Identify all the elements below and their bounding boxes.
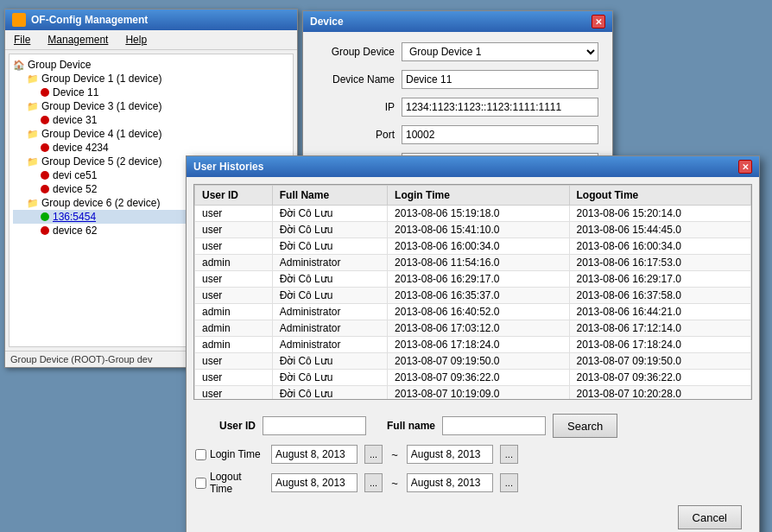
- logout-time-checkbox-label: Logout Time: [195, 471, 264, 495]
- logout-time-checkbox[interactable]: [195, 478, 206, 489]
- tree-root[interactable]: 🏠 Group Device: [13, 58, 289, 72]
- cell-logout_time: 2013-08-06 16:29:17.0: [569, 271, 750, 288]
- table-header-row: User ID Full Name Login Time Logout Time: [195, 186, 751, 206]
- tree-device31[interactable]: device 31: [13, 113, 289, 127]
- cell-full_name: Đời Cô Lưu: [272, 271, 387, 288]
- cell-login_time: 2013-08-07 09:19:50.0: [388, 353, 569, 370]
- dot-red-1: [41, 88, 49, 97]
- cell-full_name: Đời Cô Lưu: [272, 370, 387, 386]
- cell-logout_time: 2013-08-07 09:36:22.0: [569, 370, 750, 386]
- logout-date-to-picker[interactable]: ...: [500, 473, 518, 492]
- cell-user_id: user: [195, 206, 273, 222]
- ip-input[interactable]: [402, 98, 598, 117]
- table-row[interactable]: userĐời Cô Lưu2013-08-06 15:19:18.02013-…: [195, 206, 751, 222]
- cell-user_id: user: [195, 288, 273, 304]
- cell-user_id: admin: [195, 337, 273, 353]
- table-row[interactable]: userĐời Cô Lưu2013-08-07 09:36:22.02013-…: [195, 370, 751, 386]
- folder-icon-6: 📁: [27, 198, 39, 209]
- table-row[interactable]: userĐời Cô Lưu2013-08-06 16:00:34.02013-…: [195, 238, 751, 255]
- login-date-to-input[interactable]: [407, 445, 493, 464]
- menu-management[interactable]: Management: [44, 32, 111, 48]
- logout-time-label: Logout Time: [210, 471, 264, 495]
- cell-login_time: 2013-08-06 16:29:17.0: [388, 271, 569, 288]
- histories-close-btn[interactable]: ✕: [738, 160, 752, 174]
- cell-full_name: Administrator: [272, 304, 387, 320]
- filter-userid-label: User ID: [195, 420, 256, 432]
- login-date-from-input[interactable]: [271, 445, 358, 464]
- histories-title: User Histories: [193, 161, 263, 173]
- tree-group4-label: Group Device 4 (1 device): [41, 128, 161, 140]
- filter-userid-input[interactable]: [263, 416, 366, 435]
- cell-login_time: 2013-08-07 10:19:09.0: [388, 386, 569, 401]
- tree-group1[interactable]: 📁 Group Device 1 (1 device): [13, 72, 289, 86]
- cell-login_time: 2013-08-06 16:00:34.0: [388, 238, 569, 255]
- logout-date-to-input[interactable]: [407, 473, 493, 492]
- cell-logout_time: 2013-08-06 16:00:34.0: [569, 238, 750, 255]
- dot-red-6b: [41, 226, 49, 235]
- tree-group3[interactable]: 📁 Group Device 3 (1 device): [13, 99, 289, 113]
- cell-logout_time: 2013-08-07 10:20:28.0: [569, 386, 750, 401]
- cell-login_time: 2013-08-06 17:18:24.0: [388, 337, 569, 353]
- table-row[interactable]: adminAdministrator2013-08-06 11:54:16.02…: [195, 255, 751, 271]
- filter-fullname-input[interactable]: [442, 416, 546, 435]
- status-text: Group Device (ROOT)-Group dev: [10, 354, 152, 364]
- logout-date-from-picker[interactable]: ...: [364, 473, 383, 492]
- login-date-from-picker[interactable]: ...: [364, 445, 383, 464]
- cell-logout_time: 2013-08-06 16:37:58.0: [569, 288, 750, 304]
- cell-logout_time: 2013-08-06 15:20:14.0: [569, 206, 750, 222]
- tree-device11[interactable]: Device 11: [13, 86, 289, 99]
- tree-group4[interactable]: 📁 Group Device 4 (1 device): [13, 127, 289, 141]
- cell-full_name: Đời Cô Lưu: [272, 353, 387, 370]
- tree-device136-label: 136:5454: [53, 211, 96, 223]
- col-logout-time: Logout Time: [569, 186, 750, 206]
- port-input[interactable]: [402, 125, 598, 144]
- port-row: Port: [317, 125, 598, 144]
- cell-user_id: user: [195, 386, 273, 401]
- login-time-checkbox-label: Login Time: [195, 448, 264, 460]
- cancel-button[interactable]: Cancel: [678, 505, 742, 529]
- device-name-input[interactable]: [402, 70, 598, 89]
- table-row[interactable]: userĐời Cô Lưu2013-08-07 09:19:50.02013-…: [195, 353, 751, 370]
- port-label: Port: [317, 129, 395, 141]
- cancel-row: Cancel: [195, 502, 750, 532]
- search-button[interactable]: Search: [553, 414, 617, 438]
- main-titlebar: OF-Config Management: [5, 10, 297, 30]
- table-row[interactable]: adminAdministrator2013-08-06 17:18:24.02…: [195, 337, 751, 353]
- table-row[interactable]: userĐời Cô Lưu2013-08-06 16:29:17.02013-…: [195, 271, 751, 288]
- cell-full_name: Đời Cô Lưu: [272, 222, 387, 238]
- app-icon: [12, 13, 26, 27]
- ip-label: IP: [317, 101, 395, 113]
- login-time-checkbox[interactable]: [195, 449, 206, 460]
- table-row[interactable]: userĐời Cô Lưu2013-08-07 10:19:09.02013-…: [195, 386, 751, 401]
- cell-full_name: Administrator: [272, 337, 387, 353]
- menu-help[interactable]: Help: [122, 32, 150, 48]
- table-row[interactable]: userĐời Cô Lưu2013-08-06 16:35:37.02013-…: [195, 288, 751, 304]
- tree-device51-label: devi ce51: [53, 169, 97, 181]
- tree-device52-label: device 52: [53, 183, 97, 195]
- cell-logout_time: 2013-08-07 09:19:50.0: [569, 353, 750, 370]
- tree-device62-label: device 62: [53, 225, 97, 237]
- cell-user_id: user: [195, 370, 273, 386]
- cell-full_name: Administrator: [272, 320, 387, 337]
- device-name-label: Device Name: [317, 73, 395, 86]
- main-title: OF-Config Management: [31, 14, 148, 26]
- table-row[interactable]: adminAdministrator2013-08-06 17:03:12.02…: [195, 320, 751, 337]
- table-row[interactable]: adminAdministrator2013-08-06 16:40:52.02…: [195, 304, 751, 320]
- col-full-name: Full Name: [272, 186, 387, 206]
- filter-row-3: Logout Time ... ~ ...: [195, 471, 750, 495]
- menu-file[interactable]: File: [10, 32, 34, 48]
- device-dialog-close[interactable]: ✕: [592, 15, 605, 28]
- tree-device4234[interactable]: device 4234: [13, 141, 289, 155]
- logout-date-from-input[interactable]: [271, 473, 358, 492]
- dot-green-6: [41, 212, 49, 221]
- histories-dialog: User Histories ✕ User ID Full Name Login…: [186, 155, 760, 532]
- dot-red-4: [41, 143, 49, 152]
- home-icon: 🏠: [13, 60, 25, 71]
- table-row[interactable]: userĐời Cô Lưu2013-08-06 15:41:10.02013-…: [195, 222, 751, 238]
- cell-user_id: user: [195, 238, 273, 255]
- login-date-to-picker[interactable]: ...: [500, 445, 518, 464]
- group-device-select[interactable]: Group Device 1: [402, 42, 598, 61]
- cell-logout_time: 2013-08-06 15:44:45.0: [569, 222, 750, 238]
- folder-icon-4: 📁: [27, 129, 39, 140]
- tree-device31-label: device 31: [53, 114, 97, 126]
